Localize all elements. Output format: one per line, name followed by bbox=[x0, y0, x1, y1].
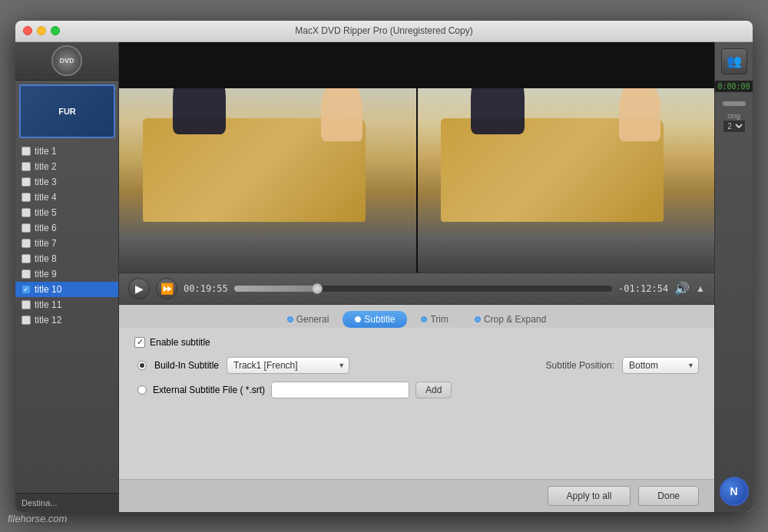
title-checkbox-title11[interactable] bbox=[22, 300, 31, 309]
enable-subtitle-row: Enable subtitle bbox=[134, 337, 699, 348]
add-subtitle-button[interactable]: Add bbox=[415, 382, 452, 398]
titlebar: MacX DVD Ripper Pro (Unregistered Copy) bbox=[15, 21, 753, 42]
builtin-label: Build-In Subtitle bbox=[154, 360, 219, 371]
content-area: ▶ ⏩ 00:19:55 -01:12:54 🔊 ▲ General bbox=[119, 42, 714, 512]
title-checkbox-title8[interactable] bbox=[22, 254, 31, 263]
title-item-title10[interactable]: title 10 bbox=[15, 282, 118, 297]
progress-bar[interactable] bbox=[234, 286, 612, 292]
tab-general[interactable]: General bbox=[275, 311, 342, 328]
video-preview-right bbox=[418, 42, 715, 273]
title-checkbox-title10[interactable] bbox=[22, 285, 31, 294]
subtitle-options: Build-In Subtitle Track1 [French] Track2… bbox=[134, 357, 699, 398]
title-checkbox-title6[interactable] bbox=[22, 223, 31, 233]
main-layout: DVD FUR title 1title 2title 3title 4titl… bbox=[15, 42, 753, 512]
title-label-title1: title 1 bbox=[35, 146, 57, 157]
track-dropdown[interactable]: Track1 [French] Track2 [English] Track3 … bbox=[227, 357, 349, 374]
title-label-title12: title 12 bbox=[35, 315, 61, 325]
title-checkbox-title1[interactable] bbox=[22, 147, 31, 156]
title-item-title2[interactable]: title 2 bbox=[15, 159, 118, 174]
tab-dot-general bbox=[287, 316, 293, 322]
sidebar-header: DVD bbox=[15, 42, 118, 81]
quality-label: cing bbox=[723, 112, 746, 120]
minimize-button[interactable] bbox=[37, 26, 46, 35]
quality-select[interactable]: 213 bbox=[723, 120, 746, 133]
tab-trim-label: Trim bbox=[430, 314, 449, 325]
video-panel-left bbox=[119, 42, 416, 273]
title-item-title9[interactable]: title 9 bbox=[15, 266, 118, 282]
builtin-radio[interactable] bbox=[137, 361, 147, 370]
title-checkbox-title5[interactable] bbox=[22, 208, 31, 217]
main-window: MacX DVD Ripper Pro (Unregistered Copy) … bbox=[15, 21, 753, 512]
run-button[interactable]: N bbox=[720, 477, 749, 506]
title-label-title10: title 10 bbox=[35, 284, 61, 295]
title-label-title6: title 6 bbox=[35, 223, 57, 233]
tab-dot-trim bbox=[421, 316, 427, 322]
title-label-title2: title 2 bbox=[35, 161, 57, 172]
right-panel: 👥 0:00:00 cing 213 N bbox=[714, 42, 753, 512]
video-panel-right bbox=[418, 42, 715, 273]
time-current: 00:19:55 bbox=[184, 283, 228, 294]
title-item-title4[interactable]: title 4 bbox=[15, 190, 118, 205]
time-remaining: -01:12:54 bbox=[618, 283, 668, 294]
title-label-title11: title 11 bbox=[35, 299, 61, 310]
title-label-title4: title 4 bbox=[35, 192, 57, 203]
external-radio[interactable] bbox=[137, 385, 147, 395]
window-title: MacX DVD Ripper Pro (Unregistered Copy) bbox=[295, 25, 472, 36]
done-button[interactable]: Done bbox=[638, 486, 699, 506]
apply-to-all-button[interactable]: Apply to all bbox=[548, 486, 631, 506]
title-item-title8[interactable]: title 8 bbox=[15, 251, 118, 266]
builtin-row: Build-In Subtitle Track1 [French] Track2… bbox=[137, 357, 699, 374]
title-list: title 1title 2title 3title 4title 5title… bbox=[15, 142, 118, 493]
title-item-title12[interactable]: title 12 bbox=[15, 312, 118, 328]
right-time-display: 0:00:00 bbox=[714, 81, 753, 92]
title-item-title3[interactable]: title 3 bbox=[15, 174, 118, 190]
track-dropdown-wrap: Track1 [French] Track2 [English] Track3 … bbox=[227, 357, 349, 374]
title-item-title6[interactable]: title 6 bbox=[15, 220, 118, 236]
title-label-title9: title 9 bbox=[35, 269, 57, 279]
play-button[interactable]: ▶ bbox=[128, 278, 150, 299]
volume-icon: 🔊 bbox=[674, 281, 690, 296]
tab-subtitle-label: Subtitle bbox=[364, 314, 395, 325]
people-icon[interactable]: 👥 bbox=[721, 48, 747, 74]
fast-forward-button[interactable]: ⏩ bbox=[156, 278, 177, 299]
run-label: N bbox=[730, 485, 737, 497]
tab-dot-crop bbox=[475, 316, 481, 322]
tab-crop[interactable]: Crop & Expand bbox=[462, 311, 558, 328]
title-checkbox-title4[interactable] bbox=[22, 193, 31, 202]
title-checkbox-title9[interactable] bbox=[22, 269, 31, 279]
progress-handle[interactable] bbox=[312, 283, 323, 294]
title-item-title5[interactable]: title 5 bbox=[15, 205, 118, 220]
progress-fill bbox=[234, 286, 317, 292]
right-slider[interactable] bbox=[723, 101, 746, 106]
position-dropdown-wrap: Bottom Top Center bbox=[622, 357, 699, 374]
title-item-title7[interactable]: title 7 bbox=[15, 236, 118, 251]
position-label: Subtitle Position: bbox=[546, 360, 614, 371]
title-checkbox-title7[interactable] bbox=[22, 239, 31, 248]
enable-subtitle-checkbox[interactable] bbox=[134, 337, 145, 348]
external-row: External Subtitle File ( *.srt) Add bbox=[137, 382, 699, 398]
tab-general-label: General bbox=[296, 314, 329, 325]
close-button[interactable] bbox=[23, 26, 32, 35]
subtitle-panel: Enable subtitle Build-In Subtitle Track1… bbox=[119, 328, 714, 479]
tab-crop-label: Crop & Expand bbox=[484, 314, 546, 325]
controls-bar: ▶ ⏩ 00:19:55 -01:12:54 🔊 ▲ bbox=[119, 273, 714, 305]
traffic-lights bbox=[23, 26, 60, 35]
external-file-input[interactable] bbox=[271, 382, 409, 398]
tab-trim[interactable]: Trim bbox=[409, 311, 461, 328]
title-label-title5: title 5 bbox=[35, 207, 57, 218]
volume-icon-2: ▲ bbox=[696, 283, 705, 294]
external-label: External Subtitle File ( *.srt) bbox=[153, 385, 265, 395]
title-checkbox-title3[interactable] bbox=[22, 177, 31, 187]
title-checkbox-title12[interactable] bbox=[22, 316, 31, 325]
title-label-title7: title 7 bbox=[35, 238, 57, 249]
position-dropdown[interactable]: Bottom Top Center bbox=[622, 357, 699, 374]
watermark: filehorse.com bbox=[8, 513, 67, 524]
title-thumbnail: FUR bbox=[19, 84, 115, 138]
title-item-title11[interactable]: title 11 bbox=[15, 297, 118, 312]
tab-subtitle[interactable]: Subtitle bbox=[343, 311, 407, 328]
title-checkbox-title2[interactable] bbox=[22, 162, 31, 171]
title-item-title1[interactable]: title 1 bbox=[15, 144, 118, 159]
title-label-title8: title 8 bbox=[35, 253, 57, 264]
maximize-button[interactable] bbox=[51, 26, 60, 35]
destination-bar: Destina... bbox=[15, 493, 118, 512]
